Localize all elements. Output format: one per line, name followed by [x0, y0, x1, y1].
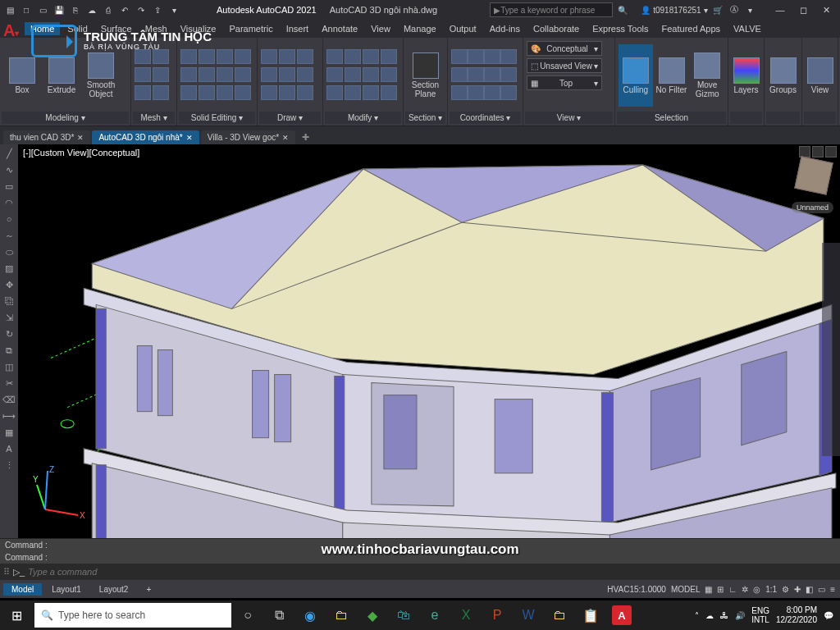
tab-surface[interactable]: Surface: [95, 22, 138, 35]
taskbar-search[interactable]: 🔍 Type here to search: [34, 603, 231, 628]
tray-notify-icon[interactable]: 💬: [824, 611, 833, 620]
erase-tool-icon[interactable]: ⌫: [2, 392, 16, 407]
panel-view[interactable]: View ▾: [525, 112, 613, 124]
tab-output[interactable]: Output: [444, 22, 482, 35]
mesh-btn[interactable]: [135, 49, 151, 64]
draw-btn[interactable]: [261, 67, 277, 82]
start-button[interactable]: ⊞: [0, 600, 33, 630]
solid-btn[interactable]: [235, 49, 251, 64]
pline-tool-icon[interactable]: ∿: [2, 162, 16, 177]
ucs-icon[interactable]: X Y Z: [33, 464, 90, 522]
qat-undo-icon[interactable]: ↶: [118, 3, 131, 16]
status-custom-icon[interactable]: ≡: [830, 585, 835, 594]
solid-btn[interactable]: [235, 67, 251, 82]
tab-manage[interactable]: Manage: [398, 22, 442, 35]
vp-max-icon[interactable]: [812, 146, 824, 158]
solid-btn[interactable]: [199, 85, 215, 100]
cart-icon[interactable]: 🛒: [711, 3, 724, 16]
new-tab-button[interactable]: ✚: [297, 130, 314, 144]
tray-date[interactable]: 12/22/2020: [776, 615, 817, 625]
draw-btn[interactable]: [297, 67, 313, 82]
tab-parametric[interactable]: Parametric: [223, 22, 278, 35]
help-search[interactable]: ▶Type a keyword or phrase: [490, 2, 613, 17]
modify-btn[interactable]: [345, 49, 361, 64]
cmd-handle-icon[interactable]: ⠿: [3, 567, 10, 578]
cortana-icon[interactable]: ○: [233, 600, 262, 630]
scale-tool-icon[interactable]: ◫: [2, 359, 16, 374]
tab-addins[interactable]: Add-ins: [484, 22, 526, 35]
status-grid-icon[interactable]: ▦: [705, 585, 712, 594]
coord-btn[interactable]: [500, 85, 517, 100]
qat-share-icon[interactable]: ⇪: [151, 3, 164, 16]
excel-icon[interactable]: X: [451, 600, 481, 630]
status-clean-icon[interactable]: ▭: [818, 585, 825, 594]
viewport[interactable]: [-][Custom View][Conceptual] Unnamed 400…: [18, 144, 840, 538]
coord-btn[interactable]: [468, 67, 484, 82]
saved-view-dropdown[interactable]: ⬚Unsaved View▾: [527, 58, 602, 73]
panel-selection[interactable]: Selection: [617, 112, 726, 124]
nav-bar[interactable]: [822, 243, 840, 456]
coord-btn[interactable]: [500, 49, 517, 64]
coord-btn[interactable]: [451, 85, 468, 100]
smooth-button[interactable]: Smooth Object: [82, 44, 120, 107]
doc-tab[interactable]: Villa - 3D View goc*✕: [201, 130, 295, 144]
panel-draw[interactable]: Draw ▾: [259, 112, 321, 124]
status-snap-icon[interactable]: ⊞: [717, 585, 724, 594]
tab-view[interactable]: View: [365, 22, 396, 35]
mesh-btn[interactable]: [153, 85, 169, 100]
tray-net-icon[interactable]: 🖧: [720, 611, 728, 620]
line-tool-icon[interactable]: ╱: [2, 146, 16, 161]
edge-icon[interactable]: ◉: [295, 600, 325, 630]
more-tool-icon[interactable]: ⋮: [2, 458, 16, 472]
taskview-icon[interactable]: ⧉: [264, 600, 294, 630]
word-icon[interactable]: W: [514, 600, 543, 630]
autodesk-icon[interactable]: Ⓐ: [728, 3, 741, 16]
culling-button[interactable]: Culling: [619, 44, 653, 107]
draw-btn[interactable]: [297, 85, 313, 100]
extrude-button[interactable]: Extrude: [43, 44, 80, 107]
layers-button[interactable]: Layers: [732, 44, 760, 107]
maximize-button[interactable]: ◻: [792, 2, 814, 18]
dim-tool-icon[interactable]: ⟼: [2, 409, 16, 423]
table-tool-icon[interactable]: ▦: [2, 425, 16, 440]
tray-up-icon[interactable]: ˄: [695, 611, 699, 620]
close-button[interactable]: ✕: [815, 2, 837, 18]
vp-close-icon[interactable]: [825, 146, 837, 158]
modify-btn[interactable]: [381, 49, 397, 64]
solid-btn[interactable]: [217, 49, 233, 64]
coord-btn[interactable]: [451, 49, 468, 64]
tray-vol-icon[interactable]: 🔊: [735, 611, 745, 620]
visual-style-dropdown[interactable]: 🎨Conceptual▾: [527, 41, 602, 56]
coord-btn[interactable]: [484, 67, 500, 82]
mirror-tool-icon[interactable]: ⧉: [2, 343, 16, 358]
qat-open-icon[interactable]: ▭: [36, 3, 49, 16]
explorer-icon[interactable]: 🗀: [326, 600, 356, 630]
layout-2[interactable]: Layout2: [91, 583, 137, 596]
solid-btn[interactable]: [235, 85, 251, 100]
help-dropdown-icon[interactable]: ▾: [744, 3, 757, 16]
panel-modify[interactable]: Modify ▾: [325, 112, 401, 124]
tab-express[interactable]: Express Tools: [587, 22, 654, 35]
nofilter-button[interactable]: No Filter: [655, 44, 689, 107]
groups-button[interactable]: Groups: [768, 44, 798, 107]
drawing-canvas[interactable]: 4000 x2: [18, 144, 840, 538]
rect-tool-icon[interactable]: ▭: [2, 179, 16, 194]
command-input[interactable]: [28, 567, 837, 577]
tab-insert[interactable]: Insert: [281, 22, 315, 35]
tab-collaborate[interactable]: Collaborate: [527, 22, 585, 35]
layout-model[interactable]: Model: [3, 583, 42, 596]
status-model[interactable]: MODEL: [671, 585, 701, 594]
tray-lang2[interactable]: INTL: [751, 615, 769, 624]
tray-cloud-icon[interactable]: ☁: [705, 611, 714, 620]
hatch-tool-icon[interactable]: ▨: [2, 261, 16, 276]
tray-time[interactable]: 8:00 PM: [776, 605, 817, 615]
solid-btn[interactable]: [180, 85, 197, 100]
coord-btn[interactable]: [484, 85, 500, 100]
close-icon[interactable]: ✕: [77, 134, 84, 142]
status-gear-icon[interactable]: ⚙: [782, 585, 789, 594]
panel-mesh[interactable]: Mesh ▾: [133, 112, 175, 124]
navcube-label[interactable]: Unnamed: [792, 202, 833, 213]
tab-annotate[interactable]: Annotate: [316, 22, 363, 35]
status-ortho-icon[interactable]: ∟: [728, 585, 737, 594]
store-icon[interactable]: 🛍: [389, 600, 418, 630]
